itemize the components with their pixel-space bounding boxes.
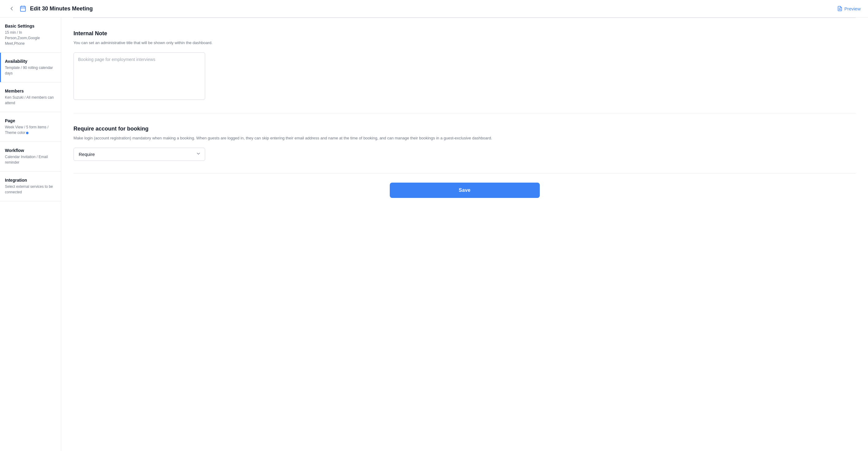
header: Edit 30 Minutes Meeting Preview: [0, 0, 868, 18]
sidebar-availability-subtitle: Template / 90 rolling calendar days: [5, 65, 56, 76]
sidebar-item-availability[interactable]: Availability Template / 90 rolling calen…: [0, 53, 61, 83]
sidebar-integration-subtitle: Select external services to be connected: [5, 184, 56, 195]
sidebar-item-workflow[interactable]: Workflow Calendar Invitation / Email rem…: [0, 142, 61, 172]
app-layout: Basic Settings 15 min / In Person,Zoom,G…: [0, 18, 868, 451]
sidebar-availability-title: Availability: [5, 59, 56, 64]
internal-note-description: You can set an administrative title that…: [73, 40, 856, 46]
internal-note-section: Internal Note You can set an administrat…: [73, 18, 856, 113]
sidebar-basic-settings-subtitle: 15 min / In Person,Zoom,Google Meet,Phon…: [5, 30, 56, 46]
sidebar-members-subtitle: Ken Suzuki / All members can attend: [5, 95, 56, 106]
sidebar-item-members[interactable]: Members Ken Suzuki / All members can att…: [0, 83, 61, 112]
sidebar-item-basic-settings[interactable]: Basic Settings 15 min / In Person,Zoom,G…: [0, 18, 61, 53]
preview-label: Preview: [844, 6, 861, 11]
main-content: Internal Note You can set an administrat…: [61, 18, 868, 451]
sidebar-item-integration[interactable]: Integration Select external services to …: [0, 172, 61, 201]
internal-note-title: Internal Note: [73, 30, 856, 37]
sidebar-basic-settings-title: Basic Settings: [5, 24, 56, 29]
sidebar-workflow-title: Workflow: [5, 148, 56, 153]
page-title: Edit 30 Minutes Meeting: [30, 5, 93, 12]
require-select-wrapper: Require Optional Not required: [73, 148, 205, 161]
sidebar-integration-title: Integration: [5, 178, 56, 183]
sidebar-page-title: Page: [5, 118, 56, 123]
back-icon: [8, 5, 15, 12]
sidebar-page-subtitle: Week View / 5 form items / Theme color: [5, 124, 56, 136]
require-account-section: Require account for booking Make login (…: [73, 113, 856, 173]
preview-icon: [837, 6, 843, 11]
sidebar: Basic Settings 15 min / In Person,Zoom,G…: [0, 18, 61, 451]
header-left: Edit 30 Minutes Meeting: [7, 4, 93, 13]
save-section: Save: [73, 173, 856, 210]
back-button[interactable]: [7, 4, 16, 13]
sidebar-workflow-subtitle: Calendar Invitation / Email reminder: [5, 154, 56, 165]
sidebar-item-page[interactable]: Page Week View / 5 form items / Theme co…: [0, 112, 61, 142]
calendar-icon: [20, 5, 26, 12]
theme-color-dot: [26, 132, 29, 134]
save-button[interactable]: Save: [390, 183, 540, 198]
preview-button[interactable]: Preview: [837, 6, 861, 11]
sidebar-members-title: Members: [5, 89, 56, 93]
internal-note-textarea[interactable]: [73, 52, 205, 100]
require-account-select[interactable]: Require Optional Not required: [73, 148, 205, 161]
require-account-title: Require account for booking: [73, 126, 856, 132]
require-account-description: Make login (account registration) mandat…: [73, 135, 856, 142]
svg-rect-0: [21, 6, 26, 11]
